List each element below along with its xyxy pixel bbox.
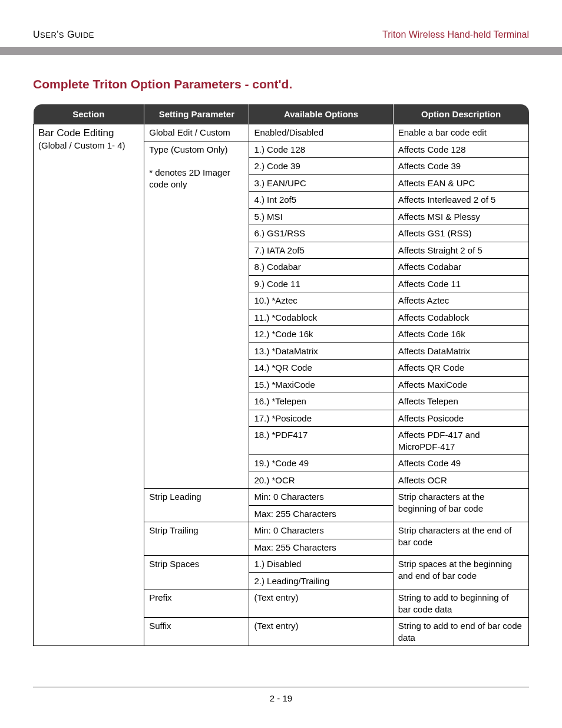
option-cell: 10.) *Aztec: [249, 292, 393, 309]
desc-cell: Affects Code 16k: [393, 326, 528, 343]
col-section: Section: [34, 104, 144, 124]
desc-cell: Affects OCR: [393, 472, 528, 489]
desc-cell: Affects Code 11: [393, 275, 528, 292]
option-cell: 8.) Codabar: [249, 259, 393, 276]
page-footer: 2 - 19: [33, 687, 529, 703]
desc-cell: Affects Telepen: [393, 393, 528, 410]
param-cell: Strip Spaces: [144, 556, 249, 589]
section-cell: Bar Code Editing (Global / Custom 1- 4): [34, 124, 144, 646]
desc-cell: Affects MSI & Plessy: [393, 208, 528, 225]
desc-cell: String to add to end of bar code data: [393, 618, 528, 646]
desc-cell: Strip characters at the end of bar code: [393, 522, 528, 556]
option-cell: 18.) *PDF417: [249, 427, 393, 455]
param-cell: Global Edit / Custom: [144, 124, 249, 141]
param-note: * denotes 2D Imager code only: [149, 167, 244, 191]
param-label: Type (Custom Only): [149, 144, 244, 156]
option-cell: 15.) *MaxiCode: [249, 376, 393, 393]
option-cell: 13.) *DataMatrix: [249, 342, 393, 360]
desc-cell: Affects Code 49: [393, 455, 528, 472]
desc-cell: Affects QR Code: [393, 360, 528, 377]
desc-cell: String to add to beginning of bar code d…: [393, 589, 528, 618]
desc-cell: Affects Code 39: [393, 158, 528, 175]
desc-cell: Affects Interleaved 2 of 5: [393, 192, 528, 209]
option-cell: 9.) Code 11: [249, 275, 393, 292]
page-title: Complete Triton Option Parameters - cont…: [0, 55, 562, 104]
option-cell: (Text entry): [249, 618, 393, 646]
desc-cell: Affects EAN & UPC: [393, 174, 528, 192]
option-cell: 17.) *Posicode: [249, 410, 393, 427]
desc-cell: Strip spaces at the beginning and end of…: [393, 556, 528, 589]
section-sub: (Global / Custom 1- 4): [38, 140, 139, 151]
option-cell: 14.) *QR Code: [249, 360, 393, 377]
param-cell: Type (Custom Only)* denotes 2D Imager co…: [144, 141, 249, 489]
option-cell: 20.) *OCR: [249, 472, 393, 489]
desc-cell: Affects Codablock: [393, 309, 528, 326]
option-cell: Max: 255 Characters: [249, 539, 393, 556]
option-cell: Max: 255 Characters: [249, 505, 393, 522]
option-cell: 5.) MSI: [249, 208, 393, 225]
param-cell: Strip Trailing: [144, 522, 249, 556]
option-cell: 4.) Int 2of5: [249, 192, 393, 209]
desc-cell: Affects Straight 2 of 5: [393, 242, 528, 259]
option-cell: 2.) Code 39: [249, 158, 393, 175]
option-cell: 1.) Disabled: [249, 556, 393, 573]
option-cell: Enabled/Disabled: [249, 124, 393, 141]
desc-cell: Affects Codabar: [393, 259, 528, 276]
desc-cell: Affects PDF-417 and MicroPDF-417: [393, 427, 528, 455]
desc-cell: Strip characters at the beginning of bar…: [393, 489, 528, 522]
desc-cell: Affects Code 128: [393, 141, 528, 158]
param-cell: Strip Leading: [144, 489, 249, 522]
option-cell: 6.) GS1/RSS: [249, 225, 393, 242]
option-cell: 1.) Code 128: [249, 141, 393, 158]
param-cell: Prefix: [144, 589, 249, 618]
option-cell: (Text entry): [249, 589, 393, 618]
header-left: USER'S GUIDE: [33, 29, 94, 40]
option-cell: Min: 0 Characters: [249, 522, 393, 539]
desc-cell: Affects GS1 (RSS): [393, 225, 528, 242]
col-options: Available Options: [249, 104, 393, 124]
option-cell: 19.) *Code 49: [249, 455, 393, 472]
header-divider: [0, 47, 562, 55]
option-cell: 16.) *Telepen: [249, 393, 393, 410]
section-main: Bar Code Editing: [38, 127, 139, 140]
desc-cell: Affects DataMatrix: [393, 342, 528, 360]
option-cell: 11.) *Codablock: [249, 309, 393, 326]
col-param: Setting Parameter: [144, 104, 249, 124]
desc-cell: Affects Aztec: [393, 292, 528, 309]
option-cell: 7.) IATA 2of5: [249, 242, 393, 259]
table-row: Bar Code Editing (Global / Custom 1- 4) …: [34, 124, 529, 141]
option-cell: 2.) Leading/Trailing: [249, 572, 393, 589]
param-cell: Suffix: [144, 618, 249, 646]
option-cell: 3.) EAN/UPC: [249, 174, 393, 192]
page-number: 2 - 19: [270, 693, 292, 703]
option-cell: Min: 0 Characters: [249, 489, 393, 506]
header-right: Triton Wireless Hand-held Terminal: [382, 29, 529, 40]
option-cell: 12.) *Code 16k: [249, 326, 393, 343]
page-header: USER'S GUIDE Triton Wireless Hand-held T…: [0, 0, 562, 45]
table-header-row: Section Setting Parameter Available Opti…: [34, 104, 529, 124]
desc-cell: Affects Posicode: [393, 410, 528, 427]
parameters-table: Section Setting Parameter Available Opti…: [33, 104, 529, 646]
desc-cell: Enable a bar code edit: [393, 124, 528, 141]
col-desc: Option Description: [393, 104, 528, 124]
desc-cell: Affects MaxiCode: [393, 376, 528, 393]
